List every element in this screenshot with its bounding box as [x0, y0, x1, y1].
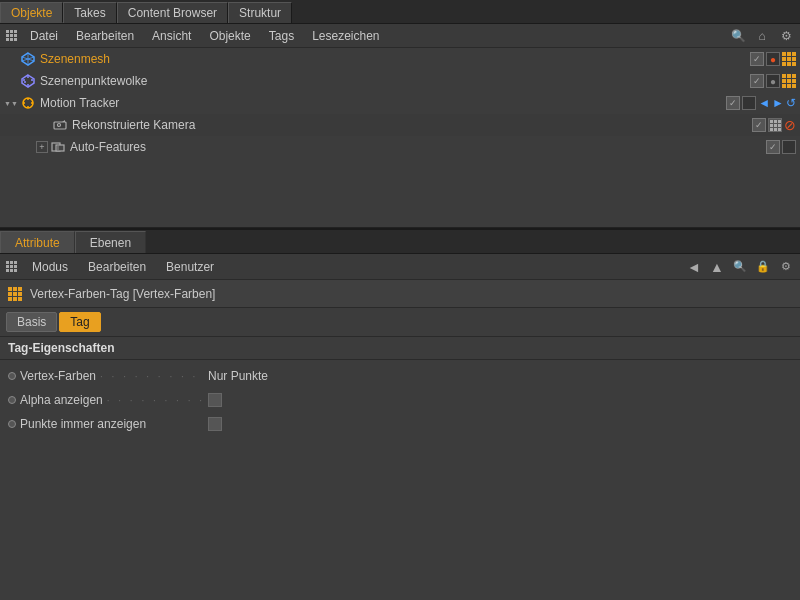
- icon-szenenpunktewolke: [20, 73, 36, 89]
- svg-rect-28: [56, 145, 64, 151]
- menu-datei[interactable]: Datei: [22, 27, 66, 45]
- prop-checkbox-punkte[interactable]: [208, 417, 222, 431]
- svg-point-17: [27, 84, 29, 86]
- expand-kamera: [36, 118, 50, 132]
- prop-name-punkte: Punkte immer anzeigen: [20, 417, 146, 431]
- attr-toolbar-grid-icon: [4, 259, 20, 275]
- tab-struktur[interactable]: Struktur: [228, 2, 292, 23]
- config-icon[interactable]: ⚙: [776, 27, 796, 45]
- obj-row-motion-tracker[interactable]: ▼ Motion Tracker ✓ ◄ ► ↺: [0, 92, 800, 114]
- tracker-arrow-right: ►: [772, 96, 784, 110]
- obj-tags-szenenpunktewolke: ✓ ●: [750, 74, 796, 88]
- menu-tags[interactable]: Tags: [261, 27, 302, 45]
- prop-name-alpha: Alpha anzeigen: [20, 393, 103, 407]
- svg-rect-32: [14, 261, 17, 264]
- tag-af-check: ✓: [766, 140, 780, 154]
- svg-point-24: [58, 124, 61, 127]
- tag2-check: ✓: [750, 74, 764, 88]
- obj-tags-motion-tracker: ✓ ◄ ► ↺: [726, 96, 796, 110]
- obj-name-szenenpunktewolke: Szenenpunktewolke: [40, 74, 750, 88]
- sub-tabs: Basis Tag: [0, 308, 800, 337]
- tracker-arrow-left: ◄: [758, 96, 770, 110]
- icon-szenenmesh: [20, 51, 36, 67]
- expand-szenenmesh: [4, 52, 18, 66]
- svg-rect-33: [6, 265, 9, 268]
- tab-attribute[interactable]: Attribute: [0, 231, 75, 253]
- tag-header: Vertex-Farben-Tag [Vertex-Farben]: [0, 280, 800, 308]
- obj-tags-auto-features: ✓: [766, 140, 796, 154]
- prop-label-vertex-farben: Vertex-Farben · · · · · · · · ·: [8, 369, 208, 383]
- svg-rect-5: [14, 34, 17, 37]
- menu-objekte[interactable]: Objekte: [201, 27, 258, 45]
- tag-af-dot: [782, 140, 796, 154]
- tag-kamera-grid: [768, 118, 782, 132]
- attr-toolbar: Modus Bearbeiten Benutzer ◄ ▲ 🔍 🔒 ⚙: [0, 254, 800, 280]
- prop-label-alpha: Alpha anzeigen · · · · · · · · ·: [8, 393, 208, 407]
- arrow-left-icon[interactable]: ◄: [684, 257, 704, 277]
- attr-menu-modus[interactable]: Modus: [24, 258, 76, 276]
- search-icon[interactable]: 🔍: [728, 27, 748, 45]
- prop-checkbox-alpha[interactable]: [208, 393, 222, 407]
- subtab-basis[interactable]: Basis: [6, 312, 57, 332]
- properties-content: Vertex-Farben · · · · · · · · · Nur Punk…: [0, 360, 800, 440]
- expand-auto-features[interactable]: +: [36, 141, 48, 153]
- expand-szenenpunktewolke: [4, 74, 18, 88]
- tag-dot-icon: ●: [766, 52, 780, 66]
- svg-rect-34: [10, 265, 13, 268]
- obj-row-szenenpunktewolke[interactable]: Szenenpunktewolke ✓ ●: [0, 70, 800, 92]
- obj-name-motion-tracker: Motion Tracker: [40, 96, 726, 110]
- tag-kamera-no: ⊘: [784, 117, 796, 133]
- menu-lesezeichen[interactable]: Lesezeichen: [304, 27, 387, 45]
- settings-icon[interactable]: ⚙: [776, 257, 796, 277]
- tab-ebenen[interactable]: Ebenen: [75, 231, 146, 253]
- section-title: Tag-Eigenschaften: [0, 337, 800, 360]
- prop-row-punkte: Punkte immer anzeigen: [0, 412, 800, 436]
- menu-bar: Datei Bearbeiten Ansicht Objekte Tags Le…: [0, 24, 800, 48]
- expand-motion-tracker[interactable]: ▼: [4, 96, 18, 110]
- svg-rect-8: [14, 38, 17, 41]
- menu-ansicht[interactable]: Ansicht: [144, 27, 199, 45]
- svg-rect-3: [6, 34, 9, 37]
- prop-label-punkte: Punkte immer anzeigen: [8, 417, 208, 431]
- obj-row-szenenmesh[interactable]: Szenenmesh ✓ ●: [0, 48, 800, 70]
- obj-tags-szenenmesh: ✓ ●: [750, 52, 796, 66]
- tab-takes[interactable]: Takes: [63, 2, 116, 23]
- attr-menu-bearbeiten[interactable]: Bearbeiten: [80, 258, 154, 276]
- tag-title: Vertex-Farben-Tag [Vertex-Farben]: [30, 287, 215, 301]
- obj-name-kamera: Rekonstruierte Kamera: [72, 118, 752, 132]
- prop-dots-0: · · · · · · · · ·: [100, 371, 208, 382]
- obj-row-auto-features[interactable]: + Auto-Features ✓: [0, 136, 800, 158]
- prop-dot-1: [8, 396, 16, 404]
- svg-rect-1: [10, 30, 13, 33]
- menu-bearbeiten[interactable]: Bearbeiten: [68, 27, 142, 45]
- icon-kamera: [52, 117, 68, 133]
- svg-rect-36: [6, 269, 9, 272]
- icon-motion-tracker: [20, 95, 36, 111]
- svg-rect-37: [10, 269, 13, 272]
- object-list-area: Szenenmesh ✓ ●: [0, 48, 800, 228]
- svg-rect-4: [10, 34, 13, 37]
- arrow-up-icon[interactable]: ▲: [707, 257, 727, 277]
- svg-rect-7: [10, 38, 13, 41]
- top-tab-bar: Objekte Takes Content Browser Struktur: [0, 0, 800, 24]
- tab-objekte[interactable]: Objekte: [0, 2, 63, 23]
- prop-row-vertex-farben: Vertex-Farben · · · · · · · · · Nur Punk…: [0, 364, 800, 388]
- svg-rect-35: [14, 265, 17, 268]
- svg-rect-2: [14, 30, 17, 33]
- home-icon[interactable]: ⌂: [752, 27, 772, 45]
- svg-point-18: [23, 79, 25, 81]
- svg-rect-31: [10, 261, 13, 264]
- zoom-icon[interactable]: 🔍: [730, 257, 750, 277]
- tag2-dot: ●: [766, 74, 780, 88]
- tab-content-browser[interactable]: Content Browser: [117, 2, 228, 23]
- attr-menu-benutzer[interactable]: Benutzer: [158, 258, 222, 276]
- obj-row-kamera[interactable]: Rekonstruierte Kamera ✓ ⊘: [0, 114, 800, 136]
- prop-dots-1: · · · · · · · · ·: [107, 395, 208, 406]
- prop-row-alpha: Alpha anzeigen · · · · · · · · ·: [0, 388, 800, 412]
- svg-point-15: [31, 79, 33, 81]
- lock-icon[interactable]: 🔒: [753, 257, 773, 277]
- tag3-dot: [742, 96, 756, 110]
- subtab-tag[interactable]: Tag: [59, 312, 100, 332]
- attr-tabs-bar: Attribute Ebenen: [0, 228, 800, 254]
- object-list: Szenenmesh ✓ ●: [0, 48, 800, 227]
